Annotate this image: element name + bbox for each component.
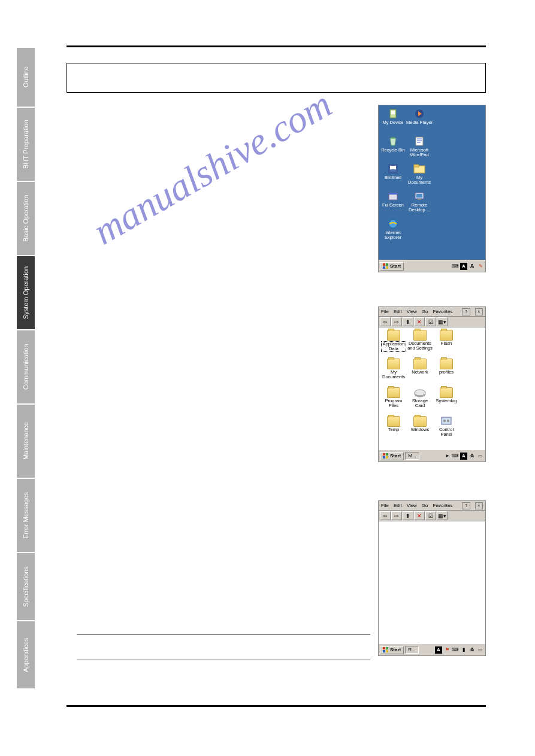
menu-view[interactable]: View (407, 503, 417, 508)
folder-windows[interactable]: Windows (407, 416, 433, 442)
start-button[interactable]: Start (380, 262, 404, 271)
drive-storage-card[interactable]: Storage Card (407, 387, 433, 414)
desktop-icon-recycle-bin[interactable]: Recycle Bin (380, 135, 406, 162)
views-button[interactable]: ▦▾ (437, 511, 448, 520)
svg-rect-21 (386, 266, 388, 269)
sidebar-tab-communication[interactable]: Communication (17, 330, 35, 403)
desktop-screenshot: My Device Recycle Bin BhtShell FullScree… (378, 105, 486, 272)
tray-keyboard-icon[interactable]: ⌨ (452, 453, 459, 460)
tray-desktop-icon[interactable]: ▭ (477, 646, 484, 654)
sidebar-tab-system-operation[interactable]: System Operation (17, 256, 35, 329)
tray-battery-icon[interactable]: ▮ (460, 646, 467, 654)
desktop-icon-media-player[interactable]: Media Player (406, 108, 433, 134)
control-panel-item[interactable]: Control Panel (434, 416, 459, 442)
menubar: File Edit View Go Favorites ? × (379, 501, 485, 511)
sidebar-tab-bht-preparation[interactable]: BHT Preparation (17, 108, 35, 181)
start-button[interactable]: Start (380, 646, 404, 654)
menu-favorites[interactable]: Favorites (433, 309, 453, 314)
close-button[interactable]: × (475, 308, 483, 315)
system-tray: ➤ ⌨ A 🖧 ▭ (443, 453, 484, 460)
desktop-icon-my-documents[interactable]: My Documents (406, 163, 433, 189)
menu-favorites[interactable]: Favorites (433, 503, 453, 508)
help-button[interactable]: ? (462, 308, 470, 315)
sidebar-tab-basic-operation[interactable]: Basic Operation (17, 182, 35, 255)
forward-button[interactable]: ⇨ (391, 317, 402, 326)
close-button[interactable]: × (475, 502, 483, 509)
explorer-screenshot-1: File Edit View Go Favorites ? × ⇦ ⇨ ⬆ ✕ … (378, 306, 486, 462)
folder-icon (413, 163, 425, 175)
folder-profiles[interactable]: profiles (434, 359, 459, 385)
tray-pen-icon[interactable]: ✎ (477, 263, 484, 270)
svg-point-23 (415, 390, 425, 396)
device-icon (387, 108, 399, 120)
desktop-icon-internet-explorer[interactable]: Internet Explorer (380, 218, 406, 244)
folder-my-documents[interactable]: My Documents (381, 359, 406, 385)
divider (77, 660, 370, 660)
menu-edit[interactable]: Edit (394, 503, 402, 508)
desktop-icon-bhtshell[interactable]: BhtShell (380, 163, 406, 189)
sidebar-tab-outline[interactable]: Outline (17, 48, 35, 107)
tray-network-icon[interactable]: 🖧 (468, 646, 476, 654)
sidebar-tab-specifications[interactable]: Specifications (17, 553, 35, 620)
svg-rect-33 (383, 650, 385, 652)
file-grid-empty (379, 521, 485, 645)
sidebar-tab-appendices[interactable]: Appendices (17, 621, 35, 688)
folder-documents-settings[interactable]: Documents and Settings (407, 330, 433, 356)
back-button[interactable]: ⇦ (380, 317, 391, 326)
menu-go[interactable]: Go (422, 309, 428, 314)
tray-arrow-icon[interactable]: ➤ (443, 453, 451, 460)
folder-network[interactable]: Network (407, 359, 433, 385)
system-tray: A ⚑ ⌨ ▮ 🖧 ▭ (435, 646, 484, 654)
tray-keyboard-icon[interactable]: ⌨ (452, 646, 459, 654)
folder-flash[interactable]: Flash (434, 330, 459, 356)
delete-button[interactable]: ✕ (414, 511, 425, 520)
help-button[interactable]: ? (462, 502, 470, 509)
up-button[interactable]: ⬆ (403, 317, 413, 326)
svg-rect-27 (383, 453, 385, 456)
folder-application-data[interactable]: Application Data (381, 330, 406, 356)
desktop-icon-fullscreen[interactable]: FullScreen (380, 190, 406, 217)
taskbar-item[interactable]: R... (405, 646, 418, 654)
properties-button[interactable]: ☑ (425, 317, 436, 326)
menu-file[interactable]: File (381, 309, 389, 314)
tray-network-icon[interactable]: 🖧 (468, 453, 476, 460)
svg-rect-19 (386, 263, 388, 266)
desktop-icon-wordpad[interactable]: Microsoft WordPad (406, 135, 433, 162)
start-button[interactable]: Start (380, 452, 404, 460)
tray-keyboard-icon[interactable]: ⌨ (452, 263, 459, 270)
taskbar-item[interactable]: M... (405, 452, 419, 460)
forward-button[interactable]: ⇨ (391, 511, 402, 520)
folder-icon (413, 330, 427, 341)
desktop-icon-my-device[interactable]: My Device (380, 108, 406, 134)
folder-systemlog[interactable]: Systemlog (434, 387, 459, 414)
back-button[interactable]: ⇦ (380, 511, 391, 520)
tray-flag-icon[interactable]: ⚑ (443, 646, 451, 654)
tray-desktop-icon[interactable]: ▭ (477, 453, 484, 460)
views-button[interactable]: ▦▾ (437, 317, 448, 326)
tray-ime-indicator[interactable]: A (460, 453, 467, 460)
sidebar-tab-maintenance[interactable]: Maintenance (17, 405, 35, 478)
menubar: File Edit View Go Favorites ? × (379, 307, 485, 317)
svg-rect-30 (386, 456, 388, 459)
divider (77, 634, 370, 635)
folder-icon (413, 359, 427, 369)
delete-button[interactable]: ✕ (414, 317, 425, 326)
folder-temp[interactable]: Temp (381, 416, 406, 442)
menu-file[interactable]: File (381, 503, 389, 508)
folder-program-files[interactable]: Program Files (381, 387, 406, 414)
tray-ime-indicator[interactable]: A (460, 263, 467, 270)
svg-rect-14 (414, 165, 419, 167)
menu-edit[interactable]: Edit (394, 309, 402, 314)
sidebar-tab-error-messages[interactable]: Error Messages (17, 479, 35, 552)
properties-button[interactable]: ☑ (425, 511, 436, 520)
desktop-icon-remote-desktop[interactable]: Remote Desktop ... (406, 190, 433, 217)
taskbar: Start R... A ⚑ ⌨ ▮ 🖧 ▭ (379, 643, 485, 655)
windows-logo-icon (383, 263, 389, 269)
svg-rect-5 (389, 193, 397, 195)
tray-ime-indicator[interactable]: A (435, 646, 442, 654)
up-button[interactable]: ⬆ (403, 511, 413, 520)
menu-view[interactable]: View (407, 309, 417, 314)
menu-go[interactable]: Go (422, 503, 428, 508)
svg-point-26 (447, 420, 449, 422)
tray-network-icon[interactable]: 🖧 (468, 263, 476, 270)
